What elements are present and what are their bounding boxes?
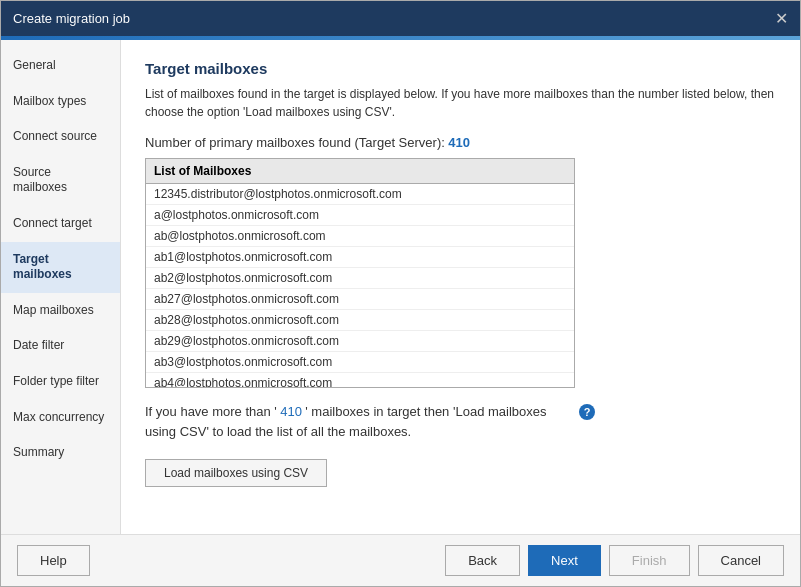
list-item[interactable]: ab1@lostphotos.onmicrosoft.com [146,247,574,268]
sidebar-item-folder-type-filter[interactable]: Folder type filter [1,364,120,400]
load-mailboxes-button[interactable]: Load mailboxes using CSV [145,459,327,487]
sidebar-item-map-mailboxes[interactable]: Map mailboxes [1,293,120,329]
list-item[interactable]: ab@lostphotos.onmicrosoft.com [146,226,574,247]
cancel-button[interactable]: Cancel [698,545,784,576]
sidebar-item-general[interactable]: General [1,48,120,84]
list-item[interactable]: ab3@lostphotos.onmicrosoft.com [146,352,574,373]
count-value: 410 [448,135,470,150]
sidebar: GeneralMailbox typesConnect sourceSource… [1,40,121,534]
sidebar-item-target-mailboxes[interactable]: Target mailboxes [1,242,120,293]
mailbox-list-header: List of Mailboxes [146,159,574,184]
sidebar-item-date-filter[interactable]: Date filter [1,328,120,364]
info-pre: If you have more than ' [145,404,277,419]
sidebar-item-summary[interactable]: Summary [1,435,120,471]
back-button[interactable]: Back [445,545,520,576]
mailbox-list-scroll[interactable]: 12345.distributor@lostphotos.onmicrosoft… [146,184,574,387]
mailbox-list-container: List of Mailboxes 12345.distributor@lost… [145,158,575,388]
sidebar-item-connect-source[interactable]: Connect source [1,119,120,155]
footer-right: Back Next Finish Cancel [445,545,784,576]
finish-button[interactable]: Finish [609,545,690,576]
count-label: Number of primary mailboxes found (Targe… [145,135,445,150]
main-content: Target mailboxes List of mailboxes found… [121,40,800,534]
next-button[interactable]: Next [528,545,601,576]
list-item[interactable]: ab4@lostphotos.onmicrosoft.com [146,373,574,387]
close-icon[interactable]: ✕ [775,9,788,28]
title-bar: Create migration job ✕ [1,1,800,36]
footer: Help Back Next Finish Cancel [1,534,800,586]
description: List of mailboxes found in the target is… [145,85,776,121]
sidebar-item-source-mailboxes[interactable]: Source mailboxes [1,155,120,206]
page-title: Target mailboxes [145,60,776,77]
dialog-title: Create migration job [13,11,130,26]
info-count: 410 [280,404,302,419]
list-item[interactable]: ab27@lostphotos.onmicrosoft.com [146,289,574,310]
info-section: If you have more than ' 410 ' mailboxes … [145,402,595,441]
footer-left: Help [17,545,90,576]
dialog: Create migration job ✕ GeneralMailbox ty… [0,0,801,587]
body: GeneralMailbox typesConnect sourceSource… [1,40,800,534]
list-item[interactable]: a@lostphotos.onmicrosoft.com [146,205,574,226]
list-item[interactable]: 12345.distributor@lostphotos.onmicrosoft… [146,184,574,205]
sidebar-item-max-concurrency[interactable]: Max concurrency [1,400,120,436]
help-button[interactable]: Help [17,545,90,576]
list-item[interactable]: ab29@lostphotos.onmicrosoft.com [146,331,574,352]
list-item[interactable]: ab2@lostphotos.onmicrosoft.com [146,268,574,289]
sidebar-item-connect-target[interactable]: Connect target [1,206,120,242]
sidebar-item-mailbox-types[interactable]: Mailbox types [1,84,120,120]
count-line: Number of primary mailboxes found (Targe… [145,135,776,150]
help-icon[interactable]: ? [579,404,595,420]
list-item[interactable]: ab28@lostphotos.onmicrosoft.com [146,310,574,331]
info-text: If you have more than ' 410 ' mailboxes … [145,402,573,441]
